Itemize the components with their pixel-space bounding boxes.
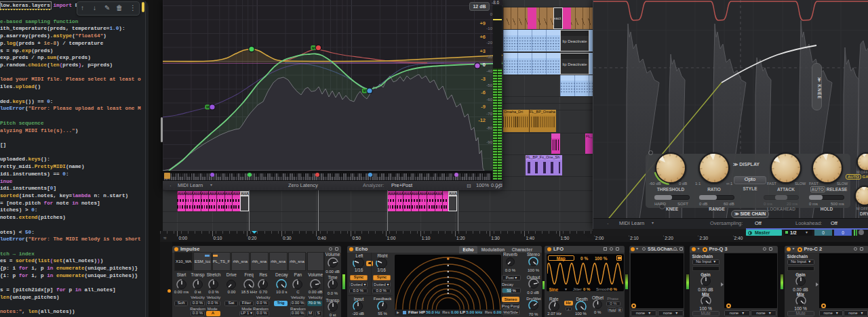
svg-text:M: M	[312, 46, 315, 50]
svg-text:M: M	[206, 105, 209, 109]
svg-text:M: M	[363, 89, 366, 93]
